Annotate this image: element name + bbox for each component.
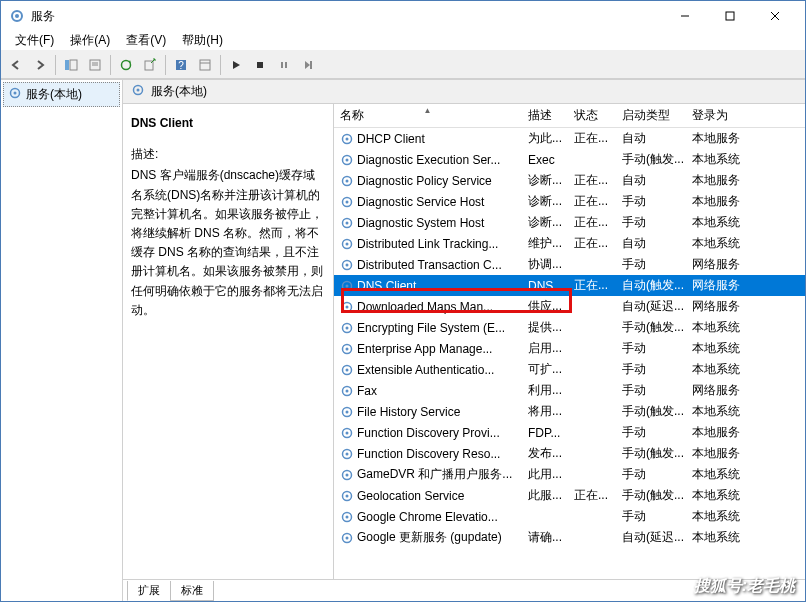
svg-rect-18 [281,62,283,68]
svg-point-24 [137,89,140,92]
cell-logon: 本地系统 [686,529,756,546]
cell-startup: 手动(触发... [616,445,686,462]
service-row[interactable]: Encrypting File System (E...提供...手动(触发..… [334,317,805,338]
cell-desc: Exec [522,153,568,167]
svg-rect-3 [726,12,734,20]
menu-file[interactable]: 文件(F) [7,30,62,51]
cell-name: DNS Client [334,279,522,293]
service-row[interactable]: DHCP Client为此...正在...自动本地服务 [334,128,805,149]
cell-logon: 本地系统 [686,340,756,357]
cell-startup: 手动(触发... [616,403,686,420]
cell-name: Google 更新服务 (gupdate) [334,529,522,546]
cell-desc: 发布... [522,445,568,462]
cell-logon: 本地服务 [686,193,756,210]
cell-desc: 利用... [522,382,568,399]
stop-button[interactable] [249,54,271,76]
cell-logon: 本地系统 [686,319,756,336]
service-row[interactable]: Fax利用...手动网络服务 [334,380,805,401]
service-row[interactable]: Diagnostic Policy Service诊断...正在...自动本地服… [334,170,805,191]
service-row[interactable]: Downloaded Maps Man...供应...自动(延迟...网络服务 [334,296,805,317]
service-row[interactable]: Google Chrome Elevatio...手动本地系统 [334,506,805,527]
column-startup-type[interactable]: 启动类型 [616,107,686,124]
properties-button[interactable] [84,54,106,76]
svg-point-50 [346,389,349,392]
tree-pane: 服务(本地) [1,80,123,601]
refresh-button[interactable] [115,54,137,76]
watermark: 搜狐号:老毛桃 [694,576,795,597]
tab-standard[interactable]: 标准 [170,581,214,601]
cell-name: DHCP Client [334,132,522,146]
svg-point-1 [15,14,19,18]
column-logon-as[interactable]: 登录为 [686,107,756,124]
tab-extended[interactable]: 扩展 [127,581,171,601]
list-body[interactable]: DHCP Client为此...正在...自动本地服务Diagnostic Ex… [334,128,805,579]
export-button[interactable] [139,54,161,76]
menubar: 文件(F) 操作(A) 查看(V) 帮助(H) [1,31,805,51]
cell-status: 正在... [568,130,616,147]
cell-startup: 手动 [616,382,686,399]
cell-logon: 本地服务 [686,424,756,441]
cell-startup: 手动 [616,466,686,483]
cell-startup: 手动 [616,340,686,357]
cell-status: 正在... [568,172,616,189]
cell-logon: 本地服务 [686,130,756,147]
minimize-button[interactable] [662,2,707,30]
service-row[interactable]: Geolocation Service此服...正在...手动(触发...本地系… [334,485,805,506]
detail-pane: DNS Client 描述: DNS 客户端服务(dnscache)缓存域名系统… [123,104,333,579]
column-description[interactable]: 描述 [522,107,568,124]
service-row[interactable]: GameDVR 和广播用户服务...此用...手动本地系统 [334,464,805,485]
service-row[interactable]: DNS ClientDNS...正在...自动(触发...网络服务 [334,275,805,296]
service-row[interactable]: Distributed Link Tracking...维护...正在...自动… [334,233,805,254]
svg-point-44 [346,326,349,329]
svg-point-26 [346,137,349,140]
svg-point-22 [14,92,17,95]
svg-point-48 [346,368,349,371]
restart-button[interactable] [297,54,319,76]
cell-name: Diagnostic Policy Service [334,174,522,188]
window-title: 服务 [31,8,662,25]
svg-rect-17 [257,62,263,68]
service-row[interactable]: Function Discovery Reso...发布...手动(触发...本… [334,443,805,464]
start-button[interactable] [225,54,247,76]
cell-name: Google Chrome Elevatio... [334,510,522,524]
service-row[interactable]: File History Service将用...手动(触发...本地系统 [334,401,805,422]
maximize-button[interactable] [707,2,752,30]
service-row[interactable]: Diagnostic System Host诊断...正在...手动本地系统 [334,212,805,233]
cell-name: File History Service [334,405,522,419]
column-name[interactable]: ▲名称 [334,107,522,124]
cell-logon: 网络服务 [686,256,756,273]
service-row[interactable]: Extensible Authenticatio...可扩...手动本地系统 [334,359,805,380]
cell-logon: 本地系统 [686,403,756,420]
svg-rect-15 [200,60,210,70]
props-icon[interactable] [194,54,216,76]
svg-point-38 [346,263,349,266]
pause-button[interactable] [273,54,295,76]
service-row[interactable]: Diagnostic Execution Ser...Exec手动(触发...本… [334,149,805,170]
back-button[interactable] [5,54,27,76]
service-row[interactable]: Distributed Transaction C...协调...手动网络服务 [334,254,805,275]
menu-view[interactable]: 查看(V) [118,30,174,51]
right-pane-header: 服务(本地) [123,80,805,104]
service-row[interactable]: Function Discovery Provi...FDP...手动本地服务 [334,422,805,443]
service-row[interactable]: Enterprise App Manage...启用...手动本地系统 [334,338,805,359]
cell-name: Downloaded Maps Man... [334,300,522,314]
help-button[interactable]: ? [170,54,192,76]
close-button[interactable] [752,2,797,30]
menu-action[interactable]: 操作(A) [62,30,118,51]
cell-desc: 诊断... [522,214,568,231]
tree-root-label: 服务(本地) [26,86,82,103]
service-row[interactable]: Diagnostic Service Host诊断...正在...手动本地服务 [334,191,805,212]
titlebar: 服务 [1,1,805,31]
cell-startup: 自动(触发... [616,277,686,294]
column-status[interactable]: 状态 [568,107,616,124]
svg-rect-20 [310,61,312,69]
svg-point-40 [346,284,349,287]
menu-help[interactable]: 帮助(H) [174,30,231,51]
tree-root-services[interactable]: 服务(本地) [3,82,120,107]
cell-logon: 本地系统 [686,214,756,231]
service-row[interactable]: Google 更新服务 (gupdate)请确...自动(延迟...本地系统 [334,527,805,548]
show-hide-tree-button[interactable] [60,54,82,76]
forward-button[interactable] [29,54,51,76]
app-icon [9,8,25,24]
cell-name: Diagnostic Service Host [334,195,522,209]
